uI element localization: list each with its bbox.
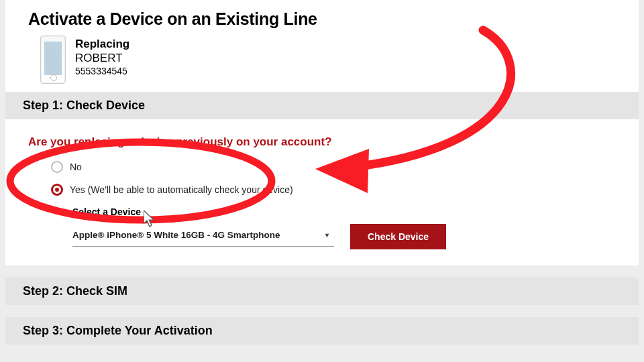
replacing-owner-name: ROBERT bbox=[75, 51, 129, 65]
phone-icon bbox=[40, 36, 66, 84]
check-device-button[interactable]: Check Device bbox=[350, 224, 446, 249]
select-row: Apple® iPhone® 5 White 16GB - 4G Smartph… bbox=[72, 224, 616, 249]
step3-header: Step 3: Complete Your Activation bbox=[5, 317, 639, 345]
current-device-info: Replacing ROBERT 5553334545 bbox=[75, 36, 129, 77]
replacing-label: Replacing bbox=[75, 37, 129, 51]
radio-no-icon bbox=[51, 161, 63, 173]
select-device-label: Select a Device bbox=[72, 206, 616, 217]
step1-question: Are you replacing a device previously on… bbox=[28, 135, 616, 149]
current-device-row: Replacing ROBERT 5553334545 bbox=[5, 33, 639, 92]
device-select-value: Apple® iPhone® 5 White 16GB - 4G Smartph… bbox=[72, 230, 280, 240]
radio-no-label: No bbox=[70, 162, 82, 172]
page-title: Activate a Device on an Existing Line bbox=[5, 0, 639, 33]
spacer bbox=[0, 305, 644, 317]
spacer bbox=[0, 265, 644, 278]
device-select[interactable]: Apple® iPhone® 5 White 16GB - 4G Smartph… bbox=[72, 227, 334, 247]
step1-header: Step 1: Check Device bbox=[5, 92, 639, 119]
radio-group-replace: No Yes (We'll be able to automatically c… bbox=[28, 161, 616, 196]
page-root: Activate a Device on an Existing Line Re… bbox=[0, 0, 644, 362]
radio-yes[interactable]: Yes (We'll be able to automatically chec… bbox=[51, 184, 616, 196]
radio-yes-label: Yes (We'll be able to automatically chec… bbox=[70, 184, 293, 195]
radio-yes-icon bbox=[51, 184, 63, 196]
step2-header: Step 2: Check SIM bbox=[5, 278, 639, 305]
radio-no[interactable]: No bbox=[51, 161, 616, 173]
replacing-phone-number: 5553334545 bbox=[75, 66, 129, 78]
header-card: Activate a Device on an Existing Line Re… bbox=[5, 0, 639, 92]
chevron-down-icon: ▾ bbox=[325, 231, 329, 239]
step1-body: Are you replacing a device previously on… bbox=[5, 119, 639, 265]
